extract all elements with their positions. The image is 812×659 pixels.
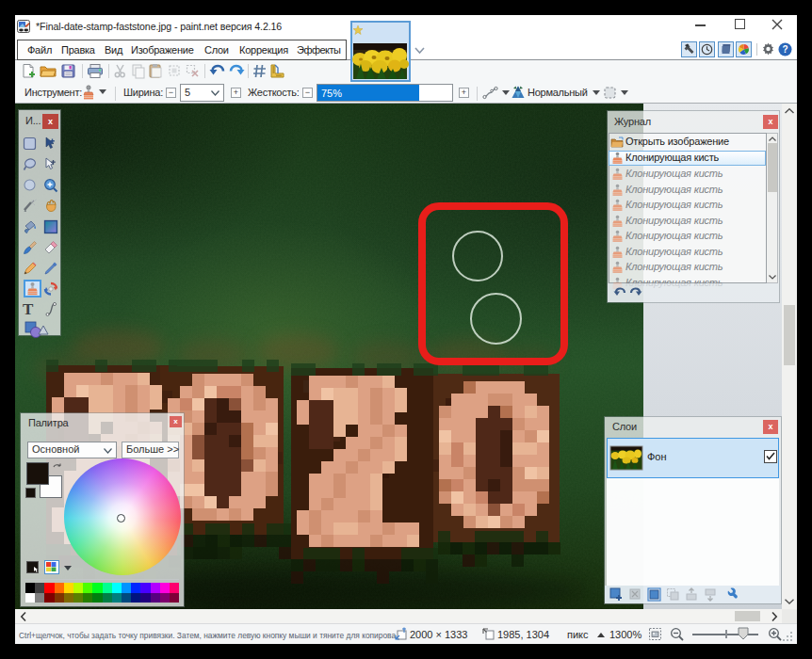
svg-text:?: ? (782, 44, 788, 55)
